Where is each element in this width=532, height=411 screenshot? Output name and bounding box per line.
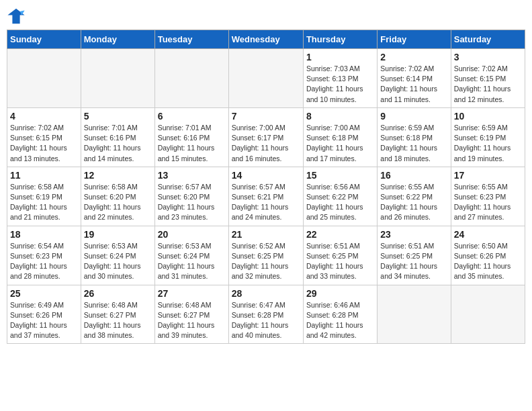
day-info: Sunrise: 6:48 AM Sunset: 6:27 PM Dayligh… <box>84 300 152 341</box>
calendar-week-row: 4Sunrise: 7:02 AM Sunset: 6:15 PM Daylig… <box>7 107 525 167</box>
logo-bird-icon <box>7 7 26 26</box>
calendar-cell: 11Sunrise: 6:58 AM Sunset: 6:19 PM Dayli… <box>7 167 81 226</box>
calendar-cell: 2Sunrise: 7:02 AM Sunset: 6:14 PM Daylig… <box>378 49 451 108</box>
calendar-cell: 12Sunrise: 6:58 AM Sunset: 6:20 PM Dayli… <box>81 167 154 226</box>
day-info: Sunrise: 6:56 AM Sunset: 6:22 PM Dayligh… <box>306 182 374 223</box>
calendar-cell <box>451 285 525 344</box>
calendar-cell: 7Sunrise: 7:00 AM Sunset: 6:17 PM Daylig… <box>228 107 303 167</box>
calendar-cell <box>154 49 228 108</box>
day-number: 23 <box>380 229 447 240</box>
day-info: Sunrise: 6:51 AM Sunset: 6:25 PM Dayligh… <box>306 241 374 282</box>
day-info: Sunrise: 6:53 AM Sunset: 6:24 PM Dayligh… <box>158 241 226 282</box>
day-number: 7 <box>232 111 300 122</box>
calendar-cell <box>378 285 451 344</box>
day-info: Sunrise: 6:47 AM Sunset: 6:28 PM Dayligh… <box>232 300 300 341</box>
day-info: Sunrise: 6:49 AM Sunset: 6:26 PM Dayligh… <box>10 300 78 341</box>
day-number: 15 <box>306 170 374 181</box>
calendar-cell: 20Sunrise: 6:53 AM Sunset: 6:24 PM Dayli… <box>154 226 228 285</box>
day-number: 8 <box>306 111 374 122</box>
day-number: 14 <box>232 170 300 181</box>
calendar-cell: 9Sunrise: 6:59 AM Sunset: 6:18 PM Daylig… <box>378 107 451 167</box>
calendar-cell: 24Sunrise: 6:50 AM Sunset: 6:26 PM Dayli… <box>451 226 525 285</box>
day-number: 10 <box>454 111 522 122</box>
calendar-cell: 16Sunrise: 6:55 AM Sunset: 6:22 PM Dayli… <box>378 167 451 226</box>
day-number: 24 <box>454 229 522 240</box>
day-info: Sunrise: 7:01 AM Sunset: 6:16 PM Dayligh… <box>158 123 226 164</box>
day-number: 16 <box>380 170 447 181</box>
day-number: 1 <box>306 52 374 62</box>
day-number: 13 <box>158 170 226 181</box>
calendar-cell <box>7 49 81 108</box>
calendar-cell: 27Sunrise: 6:48 AM Sunset: 6:27 PM Dayli… <box>154 285 228 344</box>
day-number: 4 <box>10 111 78 122</box>
day-number: 2 <box>380 52 447 62</box>
day-info: Sunrise: 6:59 AM Sunset: 6:18 PM Dayligh… <box>380 123 447 164</box>
calendar-header-row: SundayMondayTuesdayWednesdayThursdayFrid… <box>7 30 525 49</box>
calendar-cell: 1Sunrise: 7:03 AM Sunset: 6:13 PM Daylig… <box>303 49 377 108</box>
day-info: Sunrise: 7:00 AM Sunset: 6:17 PM Dayligh… <box>232 123 300 164</box>
calendar-cell: 22Sunrise: 6:51 AM Sunset: 6:25 PM Dayli… <box>303 226 377 285</box>
calendar-cell: 3Sunrise: 7:02 AM Sunset: 6:15 PM Daylig… <box>451 49 525 108</box>
day-info: Sunrise: 6:58 AM Sunset: 6:19 PM Dayligh… <box>10 182 78 223</box>
day-header-thursday: Thursday <box>303 30 377 49</box>
calendar-cell: 23Sunrise: 6:51 AM Sunset: 6:25 PM Dayli… <box>378 226 451 285</box>
calendar-cell: 17Sunrise: 6:55 AM Sunset: 6:23 PM Dayli… <box>451 167 525 226</box>
day-info: Sunrise: 6:54 AM Sunset: 6:23 PM Dayligh… <box>10 241 78 282</box>
day-number: 26 <box>84 288 152 299</box>
day-number: 29 <box>306 288 374 299</box>
calendar-cell: 6Sunrise: 7:01 AM Sunset: 6:16 PM Daylig… <box>154 107 228 167</box>
day-number: 3 <box>454 52 522 62</box>
calendar-cell: 18Sunrise: 6:54 AM Sunset: 6:23 PM Dayli… <box>7 226 81 285</box>
day-info: Sunrise: 6:50 AM Sunset: 6:26 PM Dayligh… <box>454 241 522 282</box>
day-info: Sunrise: 7:02 AM Sunset: 6:15 PM Dayligh… <box>10 123 78 164</box>
day-number: 9 <box>380 111 447 122</box>
day-number: 27 <box>158 288 226 299</box>
calendar-cell: 8Sunrise: 7:00 AM Sunset: 6:18 PM Daylig… <box>303 107 377 167</box>
calendar-cell: 14Sunrise: 6:57 AM Sunset: 6:21 PM Dayli… <box>228 167 303 226</box>
day-number: 19 <box>84 229 152 240</box>
day-info: Sunrise: 7:03 AM Sunset: 6:13 PM Dayligh… <box>306 64 374 105</box>
day-number: 20 <box>158 229 226 240</box>
calendar-cell: 10Sunrise: 6:59 AM Sunset: 6:19 PM Dayli… <box>451 107 525 167</box>
day-header-wednesday: Wednesday <box>228 30 303 49</box>
day-number: 18 <box>10 229 78 240</box>
day-number: 17 <box>454 170 522 181</box>
day-info: Sunrise: 7:02 AM Sunset: 6:14 PM Dayligh… <box>380 64 447 105</box>
day-number: 11 <box>10 170 78 181</box>
day-info: Sunrise: 6:55 AM Sunset: 6:22 PM Dayligh… <box>380 182 447 223</box>
day-info: Sunrise: 6:57 AM Sunset: 6:21 PM Dayligh… <box>232 182 300 223</box>
day-header-friday: Friday <box>378 30 451 49</box>
day-info: Sunrise: 6:46 AM Sunset: 6:28 PM Dayligh… <box>306 300 374 341</box>
calendar-cell: 21Sunrise: 6:52 AM Sunset: 6:25 PM Dayli… <box>228 226 303 285</box>
calendar-cell: 4Sunrise: 7:02 AM Sunset: 6:15 PM Daylig… <box>7 107 81 167</box>
day-info: Sunrise: 6:51 AM Sunset: 6:25 PM Dayligh… <box>380 241 447 282</box>
day-info: Sunrise: 6:58 AM Sunset: 6:20 PM Dayligh… <box>84 182 152 223</box>
calendar-table: SundayMondayTuesdayWednesdayThursdayFrid… <box>7 30 525 344</box>
day-info: Sunrise: 6:48 AM Sunset: 6:27 PM Dayligh… <box>158 300 226 341</box>
logo <box>7 7 28 26</box>
day-number: 21 <box>232 229 300 240</box>
calendar-cell: 26Sunrise: 6:48 AM Sunset: 6:27 PM Dayli… <box>81 285 154 344</box>
day-info: Sunrise: 6:53 AM Sunset: 6:24 PM Dayligh… <box>84 241 152 282</box>
header <box>7 7 525 26</box>
day-info: Sunrise: 6:55 AM Sunset: 6:23 PM Dayligh… <box>454 182 522 223</box>
calendar-cell: 13Sunrise: 6:57 AM Sunset: 6:20 PM Dayli… <box>154 167 228 226</box>
day-header-sunday: Sunday <box>7 30 81 49</box>
calendar-cell: 15Sunrise: 6:56 AM Sunset: 6:22 PM Dayli… <box>303 167 377 226</box>
day-info: Sunrise: 6:59 AM Sunset: 6:19 PM Dayligh… <box>454 123 522 164</box>
day-number: 6 <box>158 111 226 122</box>
day-number: 22 <box>306 229 374 240</box>
day-info: Sunrise: 7:02 AM Sunset: 6:15 PM Dayligh… <box>454 64 522 105</box>
calendar-cell: 5Sunrise: 7:01 AM Sunset: 6:16 PM Daylig… <box>81 107 154 167</box>
day-number: 5 <box>84 111 152 122</box>
day-info: Sunrise: 7:00 AM Sunset: 6:18 PM Dayligh… <box>306 123 374 164</box>
svg-marker-0 <box>7 9 24 24</box>
day-number: 25 <box>10 288 78 299</box>
calendar-week-row: 18Sunrise: 6:54 AM Sunset: 6:23 PM Dayli… <box>7 226 525 285</box>
calendar-week-row: 1Sunrise: 7:03 AM Sunset: 6:13 PM Daylig… <box>7 49 525 108</box>
calendar-week-row: 11Sunrise: 6:58 AM Sunset: 6:19 PM Dayli… <box>7 167 525 226</box>
calendar-cell: 25Sunrise: 6:49 AM Sunset: 6:26 PM Dayli… <box>7 285 81 344</box>
day-header-monday: Monday <box>81 30 154 49</box>
calendar-cell: 28Sunrise: 6:47 AM Sunset: 6:28 PM Dayli… <box>228 285 303 344</box>
day-info: Sunrise: 6:57 AM Sunset: 6:20 PM Dayligh… <box>158 182 226 223</box>
